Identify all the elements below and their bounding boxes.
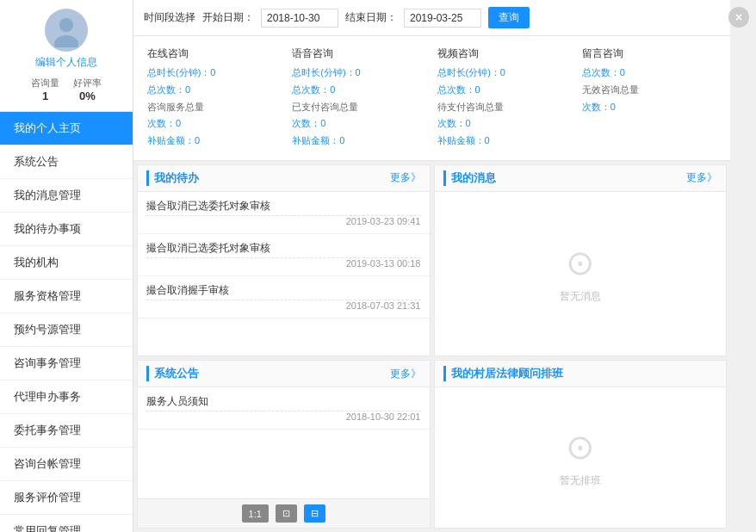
message-panel-header: 我的消息 更多》 xyxy=(435,165,727,192)
message-stats: 留言咨询 总次数：0 无效咨询总量 次数：0 xyxy=(579,43,720,153)
query-count-value: 1 xyxy=(42,90,48,102)
video-duration: 总时长(分钟)：0 xyxy=(437,65,572,82)
online-subsidy: 补贴金额：0 xyxy=(147,133,282,150)
message-empty-icon: ⊙ xyxy=(566,243,595,282)
query-count-stat: 咨询量 1 xyxy=(31,77,59,102)
svg-point-0 xyxy=(59,18,73,32)
query-count-label: 咨询量 xyxy=(31,77,59,90)
content-wrapper: 时间段选择 开始日期： 结束日期： 查询 在线咨询 总时长(分钟)：0 总次数：… xyxy=(133,0,756,532)
online-count: 总次数：0 xyxy=(147,82,282,99)
voice-paid-label: 已支付咨询总量 xyxy=(292,99,426,116)
message-panel-body: ⊙ 暂无消息 xyxy=(435,192,727,356)
online-stats: 在线咨询 总时长(分钟)：0 总次数：0 咨询服务总量 次数：0 补贴金额：0 xyxy=(144,43,285,153)
announcement-item-time: 2018-10-30 22:01 xyxy=(146,411,421,422)
svg-point-1 xyxy=(54,35,78,47)
sidebar-item-qualification[interactable]: 服务资格管理 xyxy=(0,280,133,313)
todo-item: 撮合取消已选委托对象审核 2019-03-23 09:41 xyxy=(138,192,430,234)
sidebar-item-message[interactable]: 我的消息管理 xyxy=(0,179,133,213)
message-count: 总次数：0 xyxy=(582,65,716,82)
sidebar-item-agent[interactable]: 代理申办事务 xyxy=(0,380,133,414)
close-button[interactable]: × xyxy=(728,7,749,28)
end-date-input[interactable] xyxy=(404,9,481,28)
online-duration: 总时长(分钟)：0 xyxy=(147,65,282,82)
toolbar-btn-ratio[interactable]: 1:1 xyxy=(242,504,269,523)
schedule-empty-text: 暂无排班 xyxy=(560,473,601,488)
middle-section: 我的待办 更多》 撮合取消已选委托对象审核 2019-03-23 09:41撮合… xyxy=(133,161,730,360)
todo-item: 撮合取消握手审核 2018-07-03 21:31 xyxy=(138,276,430,319)
sidebar-item-home[interactable]: 我的个人主页 xyxy=(0,112,133,145)
filter-label: 时间段选择 xyxy=(144,10,195,25)
todo-panel-body: 撮合取消已选委托对象审核 2019-03-23 09:41撮合取消已选委托对象审… xyxy=(138,192,430,356)
todo-item-time: 2019-03-13 00:18 xyxy=(146,258,421,269)
online-title: 在线咨询 xyxy=(147,46,282,61)
edit-profile-link[interactable]: 编辑个人信息 xyxy=(35,55,97,70)
sidebar-item-org[interactable]: 我的机构 xyxy=(0,246,133,280)
sidebar-item-announcement[interactable]: 系统公告 xyxy=(0,145,133,179)
filter-bar: 时间段选择 开始日期： 结束日期： 查询 xyxy=(133,0,730,36)
schedule-panel: 我的村居法律顾问排班 ⊙ 暂无排班 xyxy=(434,360,728,529)
sidebar-item-evaluation[interactable]: 服务评价管理 xyxy=(0,481,133,515)
toolbar-btn-expand[interactable]: ⊡ xyxy=(276,504,297,523)
toolbar-btn-other[interactable]: ⊟ xyxy=(304,504,325,523)
message-invalid-count: 次数：0 xyxy=(582,99,716,116)
sidebar-item-delegate[interactable]: 委托事务管理 xyxy=(0,414,133,448)
video-count: 总次数：0 xyxy=(437,82,572,99)
start-date-label: 开始日期： xyxy=(202,10,254,25)
voice-subsidy: 补贴金额：0 xyxy=(292,133,426,150)
online-service-count: 次数：0 xyxy=(147,115,282,133)
video-pending-count: 次数：0 xyxy=(437,115,572,133)
schedule-empty-icon: ⊙ xyxy=(566,427,595,467)
sidebar-nav: 我的个人主页系统公告我的消息管理我的待办事项我的机构服务资格管理预约号源管理咨询… xyxy=(0,112,133,532)
main-container: 编辑个人信息 咨询量 1 好评率 0% 我的个人主页系统公告我的消息管理我的待办… xyxy=(0,0,756,532)
message-title: 留言咨询 xyxy=(582,46,716,61)
announcement-panel-header: 系统公告 更多》 xyxy=(138,361,430,387)
sidebar-item-todo[interactable]: 我的待办事项 xyxy=(0,213,133,246)
message-panel: 我的消息 更多》 ⊙ 暂无消息 xyxy=(434,164,728,356)
todo-more-link[interactable]: 更多》 xyxy=(390,170,421,185)
message-more-link[interactable]: 更多》 xyxy=(686,170,717,185)
todo-item-time: 2018-07-03 21:31 xyxy=(146,300,421,311)
video-stats: 视频咨询 总时长(分钟)：0 总次数：0 待支付咨询总量 次数：0 补贴金额：0 xyxy=(434,43,575,153)
good-rate-label: 好评率 xyxy=(73,77,102,90)
avatar xyxy=(45,9,88,52)
schedule-panel-header: 我的村居法律顾问排班 xyxy=(435,361,727,387)
start-date-input[interactable] xyxy=(261,9,338,28)
schedule-empty: ⊙ 暂无排班 xyxy=(435,387,727,528)
announcement-more-link[interactable]: 更多》 xyxy=(390,367,421,381)
message-empty-text: 暂无消息 xyxy=(560,289,601,304)
good-rate-value: 0% xyxy=(79,90,96,102)
announcement-panel-body: 服务人员须知 2018-10-30 22:01 xyxy=(138,387,430,498)
message-panel-title: 我的消息 xyxy=(443,170,496,186)
sidebar-item-reply[interactable]: 常用回复管理 xyxy=(0,515,133,532)
bottom-section: 系统公告 更多》 服务人员须知 2018-10-30 22:01 1:1 ⊡ ⊟… xyxy=(133,360,730,532)
todo-panel-header: 我的待办 更多》 xyxy=(138,165,430,192)
voice-duration: 总时长(分钟)：0 xyxy=(292,65,426,82)
end-date-label: 结束日期： xyxy=(345,10,397,25)
stats-row: 咨询量 1 好评率 0% xyxy=(31,77,102,102)
voice-count: 总次数：0 xyxy=(292,82,426,99)
todo-item-title: 撮合取消已选委托对象审核 xyxy=(146,199,421,213)
online-service-label: 咨询服务总量 xyxy=(147,99,282,116)
announcement-item: 服务人员须知 2018-10-30 22:01 xyxy=(138,387,430,430)
announcement-item-title: 服务人员须知 xyxy=(146,394,421,409)
query-button[interactable]: 查询 xyxy=(488,7,530,28)
message-empty: ⊙ 暂无消息 xyxy=(435,192,727,356)
schedule-panel-body: ⊙ 暂无排班 xyxy=(435,387,727,528)
video-title: 视频咨询 xyxy=(437,46,572,61)
sidebar-item-account[interactable]: 咨询台帐管理 xyxy=(0,448,133,481)
sidebar-item-consult[interactable]: 咨询事务管理 xyxy=(0,347,133,380)
video-subsidy: 补贴金额：0 xyxy=(437,133,572,150)
good-rate-stat: 好评率 0% xyxy=(73,77,102,102)
stats-grid: 在线咨询 总时长(分钟)：0 总次数：0 咨询服务总量 次数：0 补贴金额：0 … xyxy=(133,36,730,161)
announcement-panel: 系统公告 更多》 服务人员须知 2018-10-30 22:01 1:1 ⊡ ⊟ xyxy=(137,360,431,529)
todo-panel-title: 我的待办 xyxy=(146,170,199,186)
message-invalid-label: 无效咨询总量 xyxy=(582,82,716,99)
voice-paid-count: 次数：0 xyxy=(292,115,426,133)
schedule-panel-title: 我的村居法律顾问排班 xyxy=(443,366,563,381)
sidebar-header: 编辑个人信息 咨询量 1 好评率 0% xyxy=(0,0,133,112)
todo-item-time: 2019-03-23 09:41 xyxy=(146,216,421,226)
sidebar-item-appointment[interactable]: 预约号源管理 xyxy=(0,313,133,347)
voice-title: 语音咨询 xyxy=(292,46,426,61)
video-pending-label: 待支付咨询总量 xyxy=(437,99,572,116)
announcement-panel-title: 系统公告 xyxy=(146,366,199,381)
